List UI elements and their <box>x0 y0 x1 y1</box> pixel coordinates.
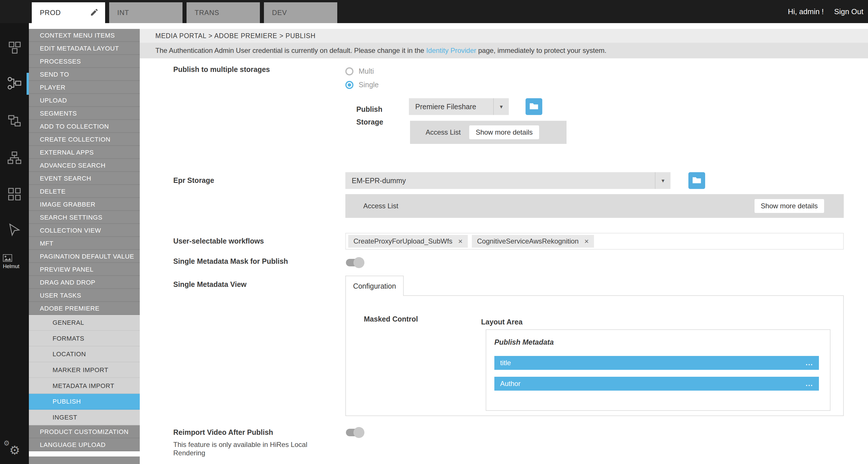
tab-configuration[interactable]: Configuration <box>345 276 404 296</box>
sidebar-item[interactable]: EDIT METADATA LAYOUT <box>29 42 140 55</box>
settings-gear-icon[interactable]: ⚙ ⚙ <box>3 440 27 459</box>
metadata-field-bar[interactable]: title ... <box>494 356 819 370</box>
sidebar-item[interactable]: SEGMENTS <box>29 107 140 120</box>
metadata-field-bar[interactable]: Author ... <box>494 377 819 390</box>
chevron-down-icon: ▾ <box>655 172 671 189</box>
ellipsis-icon[interactable]: ... <box>806 380 813 388</box>
layout-area-label: Layout Area <box>481 318 523 326</box>
sidebar-item[interactable]: PROCESSES <box>29 55 140 68</box>
environment-tab-label: PROD <box>40 9 61 17</box>
sidebar-item[interactable]: PRODUCT CUSTOMIZATION <box>29 425 140 438</box>
browse-epr-storage-button[interactable] <box>688 172 705 189</box>
environment-tab[interactable]: INT <box>109 2 183 23</box>
sidebar-item[interactable]: ADOBE PREMIERE <box>29 302 140 315</box>
sidebar-subitem[interactable]: LOCATION <box>29 346 140 362</box>
configuration-panel: Masked Control Layout Area Publish Metad… <box>345 295 844 416</box>
vector-pointer-icon[interactable] <box>7 223 22 237</box>
sidebar-item-label: PROCESSES <box>40 58 81 65</box>
sidebar-item[interactable]: SEND TO <box>29 68 140 81</box>
sidebar-item[interactable]: SEARCH SETTINGS <box>29 211 140 224</box>
publish-storage-select[interactable]: Premiere Fileshare ▾ <box>409 98 509 115</box>
environment-tab[interactable]: TRANS <box>187 2 260 23</box>
user-area: Hi, admin ! Sign Out <box>788 0 863 23</box>
epr-storage-select[interactable]: EM-EPR-dummy ▾ <box>345 172 671 189</box>
sidebar-item[interactable]: ADD TO COLLECTION <box>29 120 140 133</box>
remove-tag-icon[interactable]: × <box>584 237 589 245</box>
environment-tab-label: TRANS <box>195 9 219 17</box>
sidebar-item[interactable]: DELETE <box>29 185 140 198</box>
sidebar-item[interactable]: PREVIEW PANEL <box>29 263 140 276</box>
sidebar-item[interactable]: LANGUAGE UPLOAD <box>29 438 140 451</box>
single-mask-toggle[interactable] <box>346 259 363 266</box>
reimport-label: Reimport Video After Publish <box>173 428 273 437</box>
workflow-icon[interactable] <box>7 76 22 91</box>
sidebar-gap <box>29 23 140 29</box>
sidebar-item[interactable]: EXTERNAL APPS <box>29 146 140 159</box>
sidebar-item-label: DELETE <box>40 188 66 195</box>
sidebar-subitem-label: INGEST <box>53 414 78 421</box>
radio-option[interactable]: Multi <box>345 67 379 76</box>
show-more-details-button[interactable]: Show more details <box>469 125 539 139</box>
sidebar-item-partial[interactable] <box>29 457 140 464</box>
sidebar-item[interactable]: PLAYER <box>29 81 140 94</box>
sidebar-subitem[interactable]: PUBLISH <box>29 394 140 410</box>
sidebar-subitem[interactable]: FORMATS <box>29 331 140 347</box>
sidebar-item[interactable]: EVENT SEARCH <box>29 172 140 185</box>
sidebar-item[interactable]: DRAG AND DROP <box>29 276 140 289</box>
workflow-tag-label: CreateProxyForUpload_SubWfs <box>353 237 453 245</box>
sidebar-item-label: UPLOAD <box>40 97 67 104</box>
sidebar-item-label: SEARCH SETTINGS <box>40 214 102 221</box>
metadata-field-label: Author <box>500 380 521 388</box>
radio-option[interactable]: Single <box>345 81 379 89</box>
sidebar-item-label: ADOBE PREMIERE <box>40 305 99 312</box>
sidebar-item-label: EVENT SEARCH <box>40 175 91 182</box>
big-gear-glyph: ⚙ <box>9 444 20 457</box>
ellipsis-icon[interactable]: ... <box>806 359 813 367</box>
sidebar-item[interactable]: USER TASKS <box>29 289 140 302</box>
app-window: PROD INT TRANS <box>0 0 868 464</box>
show-more-details-button[interactable]: Show more details <box>754 199 824 213</box>
small-gear-glyph: ⚙ <box>3 440 10 447</box>
sidebar-item[interactable]: UPLOAD <box>29 94 140 107</box>
radio-label: Multi <box>359 67 374 76</box>
hierarchy-icon[interactable] <box>7 150 22 165</box>
sidebar-bottom-items: PRODUCT CUSTOMIZATION LANGUAGE UPLOAD <box>29 425 140 451</box>
sidebar-subitem-label: METADATA IMPORT <box>53 382 114 390</box>
identity-provider-link[interactable]: Identity Provider <box>426 47 476 54</box>
remove-tag-icon[interactable]: × <box>458 237 463 245</box>
sidebar-main-items: CONTEXT MENU ITEMS EDIT METADATA LAYOUT … <box>29 29 140 315</box>
environment-tab[interactable]: PROD <box>32 2 105 23</box>
sidebar-item-label: COLLECTION VIEW <box>40 227 101 234</box>
sidebar-subitem[interactable]: INGEST <box>29 410 140 426</box>
sidebar-item-label: LANGUAGE UPLOAD <box>40 441 106 449</box>
sidebar-item-label: CONTEXT MENU ITEMS <box>40 32 115 39</box>
environment-tabs: PROD INT TRANS <box>32 2 337 23</box>
epr-storage-value: EM-EPR-dummy <box>345 172 655 189</box>
sidebar-subitem[interactable]: MARKER IMPORT <box>29 362 140 378</box>
sign-out-link[interactable]: Sign Out <box>834 7 863 16</box>
workflows-tags-field[interactable]: CreateProxyForUpload_SubWfs × CognitiveS… <box>345 233 844 250</box>
sidebar-item-label: SEGMENTS <box>40 110 77 117</box>
sidebar-item[interactable]: CREATE COLLECTION <box>29 133 140 146</box>
sidebar-item[interactable]: COLLECTION VIEW <box>29 224 140 237</box>
sidebar-item[interactable]: MFT <box>29 237 140 250</box>
apps-grid-icon[interactable] <box>7 186 22 202</box>
sidebar-item[interactable]: PAGINATION DEFAULT VALUE <box>29 250 140 263</box>
process-flow-icon[interactable] <box>7 113 22 128</box>
sidebar-subitem[interactable]: GENERAL <box>29 315 140 331</box>
sidebar-item-label: ADD TO COLLECTION <box>40 123 109 130</box>
sidebar-item-label: EXTERNAL APPS <box>40 149 94 156</box>
sidebar-item[interactable]: ADVANCED SEARCH <box>29 159 140 172</box>
sidebar-item[interactable]: CONTEXT MENU ITEMS <box>29 29 140 42</box>
reimport-toggle[interactable] <box>346 429 363 436</box>
chevron-down-icon: ▾ <box>493 98 509 115</box>
publish-storage-label: Publish Storage <box>356 103 393 128</box>
sidebar-item-label: PRODUCT CUSTOMIZATION <box>40 428 128 436</box>
broken-image-icon[interactable]: Helmut <box>3 254 19 269</box>
sidebar-subitem[interactable]: METADATA IMPORT <box>29 378 140 394</box>
browse-publish-storage-button[interactable] <box>526 98 542 115</box>
sidebar-item[interactable]: IMAGE GRABBER <box>29 198 140 211</box>
environment-tab[interactable]: DEV <box>264 2 337 23</box>
layout-area-box: Publish Metadata title ... Author ... <box>486 329 831 411</box>
packages-icon[interactable] <box>7 40 22 55</box>
